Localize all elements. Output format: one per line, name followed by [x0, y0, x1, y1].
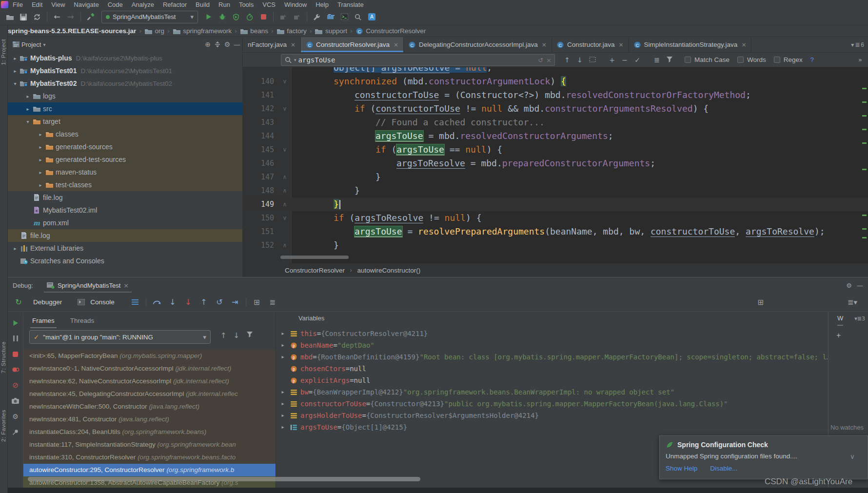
file-breadcrumb-item[interactable]: org — [145, 27, 165, 35]
words-checkbox[interactable]: Words — [737, 56, 766, 63]
tree-collapsed-arrow-icon[interactable]: ▸ — [12, 246, 19, 251]
close-tab-icon[interactable]: × — [542, 41, 547, 48]
coverage-button[interactable] — [231, 12, 241, 22]
code-line-152[interactable]: 152∧} — [243, 238, 868, 252]
fold-marker-icon[interactable]: ∨ — [278, 75, 292, 88]
match-case-checkbox[interactable]: Match Case — [685, 56, 730, 63]
rerun-icon[interactable]: ↻ — [13, 297, 24, 308]
search-result-mark[interactable] — [862, 101, 867, 103]
tree-expanded-arrow-icon[interactable]: ▾ — [12, 81, 19, 86]
expand-arrow-icon[interactable]: ▸ — [276, 351, 290, 363]
remove-occurrence-icon[interactable]: − — [618, 56, 631, 64]
terminal-icon[interactable] — [339, 12, 350, 22]
menu-window[interactable]: Window — [280, 1, 311, 8]
editor-tab-constructor-java[interactable]: CConstructor.java× — [552, 37, 629, 52]
search-result-mark[interactable] — [862, 129, 867, 130]
menu-refactor[interactable]: Refactor — [158, 1, 191, 8]
editor-tab-simpleinstantiationstrategy-java[interactable]: CSimpleInstantiationStrategy.java× — [629, 37, 752, 52]
watches-options-icon[interactable]: ▾≣3 — [854, 316, 865, 322]
tree-item-src[interactable]: ▸src — [8, 102, 242, 115]
regex-help-link[interactable]: ? — [810, 56, 814, 63]
line-number[interactable]: 140 — [243, 75, 278, 88]
expand-arrow-icon[interactable]: ▸ — [276, 410, 290, 421]
stop-process-button[interactable] — [10, 349, 21, 359]
thread-select[interactable]: ✓ "main"@1 in group "main": RUNNING ▾ — [29, 330, 211, 344]
stack-frame-row[interactable]: autowireConstructor:295, ConstructorReso… — [23, 464, 276, 476]
close-tab-icon[interactable]: × — [741, 41, 746, 48]
pause-button[interactable] — [10, 333, 21, 344]
debug-button[interactable] — [217, 12, 228, 22]
code-line-148[interactable]: 148∧} — [243, 184, 868, 197]
thread-dump-icon[interactable] — [10, 395, 21, 406]
variable-row-this[interactable]: ▸this = {ConstructorResolver@4211} — [276, 328, 828, 339]
variable-row-argsToUse[interactable]: ▸argsToUse = {Object[1]@4215} — [276, 421, 828, 433]
tree-item-generated-sources[interactable]: ▸generated-sources — [8, 140, 242, 153]
search-result-mark[interactable] — [862, 237, 867, 238]
search-result-mark[interactable] — [862, 169, 867, 170]
stripe-favorites-label[interactable]: 2: Favorites — [0, 410, 6, 442]
tree-item-maven-status[interactable]: ▸maven-status — [8, 166, 242, 178]
find-in-selection-icon[interactable] — [586, 56, 599, 64]
sync-icon[interactable] — [32, 12, 42, 22]
expand-arrow-icon[interactable]: ▸ — [276, 421, 290, 433]
hidden-tabs-dropdown[interactable]: ▾≣6 — [851, 37, 868, 52]
tree-item-target[interactable]: ▾target — [8, 115, 242, 128]
code-line-144[interactable]: 144argsToUse = mbd.resolvedConstructorAr… — [243, 129, 868, 143]
step-out-icon[interactable]: ↑ — [198, 297, 209, 308]
tab-threads[interactable]: Threads — [70, 317, 95, 328]
restore-layout-icon[interactable]: ⊞ — [755, 297, 766, 308]
locate-file-icon[interactable]: ⊕ — [203, 40, 212, 49]
frames-horizontal-scrollbar[interactable] — [28, 477, 420, 481]
run-button[interactable] — [203, 12, 214, 22]
code-line-150[interactable]: 150∨if (argsToResolve != null) { — [243, 211, 868, 225]
layout-menu-icon[interactable] — [130, 297, 140, 308]
translate-icon[interactable]: A — [366, 12, 377, 22]
debug-session-tab[interactable]: SpringAndMybatisTest × — [44, 277, 132, 293]
project-structure-icon[interactable] — [325, 12, 336, 22]
error-stripe[interactable] — [862, 67, 867, 286]
search-result-mark[interactable] — [862, 215, 867, 216]
layout-settings-icon[interactable]: ≣▾ — [847, 297, 858, 308]
variable-row-chosenCtors[interactable]: pchosenCtors = null — [276, 363, 828, 375]
line-number[interactable]: 145 — [243, 143, 278, 157]
close-tab-icon[interactable]: × — [618, 41, 623, 48]
menu-code[interactable]: Code — [103, 1, 127, 8]
close-icon[interactable]: × — [123, 282, 129, 289]
next-occurrence-icon[interactable]: ↓ — [573, 56, 586, 64]
menu-help[interactable]: Help — [311, 1, 333, 8]
stack-frame-row[interactable]: instantiate:117, SimpleInstantiationStra… — [23, 438, 276, 451]
code-line-147[interactable]: 147∧} — [243, 170, 868, 184]
search-result-mark[interactable] — [862, 88, 867, 89]
tree-collapsed-arrow-icon[interactable]: ▸ — [24, 94, 31, 99]
stack-frame-row[interactable]: newInstance0:-1, NativeConstructorAccess… — [23, 362, 276, 375]
collapse-all-icon[interactable] — [213, 40, 222, 49]
show-help-link[interactable]: Show Help — [666, 465, 697, 472]
search-result-mark[interactable] — [862, 115, 867, 117]
tab-watches[interactable]: W — [837, 315, 843, 326]
editor-tab-delegatingconstructoraccessorimpl-java[interactable]: CDelegatingConstructorAccessorImpl.java× — [404, 37, 552, 52]
file-breadcrumb-item[interactable]: springframework — [173, 27, 232, 35]
tree-item-test-classes[interactable]: ▸test-classes — [8, 178, 242, 191]
file-breadcrumb-item[interactable]: CConstructorResolver — [355, 27, 426, 35]
tab-console[interactable]: Console — [75, 298, 115, 306]
expand-arrow-icon[interactable]: ▸ — [276, 328, 290, 339]
menu-navigate[interactable]: Navigate — [69, 1, 103, 8]
line-number[interactable]: 152 — [243, 238, 278, 252]
notification-collapse-icon[interactable]: ∨ — [850, 453, 855, 460]
line-number[interactable]: 150 — [243, 211, 278, 225]
code-line-partial[interactable]: Object[] argsToResolve = null; — [243, 67, 868, 75]
search-input[interactable]: ▾ argsToUse ↺ × — [281, 54, 555, 66]
code-line-140[interactable]: 140∨synchronized (mbd.constructorArgumen… — [243, 75, 868, 88]
build-icon[interactable] — [85, 12, 96, 22]
stripe-structure-label[interactable]: 7: Structure — [0, 341, 6, 373]
code-line-143[interactable]: 143// Found a cached constructor... — [243, 116, 868, 129]
line-number[interactable]: 147 — [243, 170, 278, 184]
code-editor[interactable]: Object[] argsToResolve = null;140∨synchr… — [243, 67, 868, 286]
line-number[interactable]: 149 — [243, 197, 278, 211]
resume-button[interactable] — [10, 317, 21, 328]
fold-marker-icon[interactable]: ∧ — [278, 197, 292, 211]
select-all-occurrences-icon[interactable]: ✓ — [631, 56, 644, 64]
view-options-icon[interactable]: ≣ — [267, 297, 278, 308]
menu-edit[interactable]: Edit — [27, 1, 47, 8]
variable-row-beanName[interactable]: ▸pbeanName = "deptDao" — [276, 339, 828, 351]
